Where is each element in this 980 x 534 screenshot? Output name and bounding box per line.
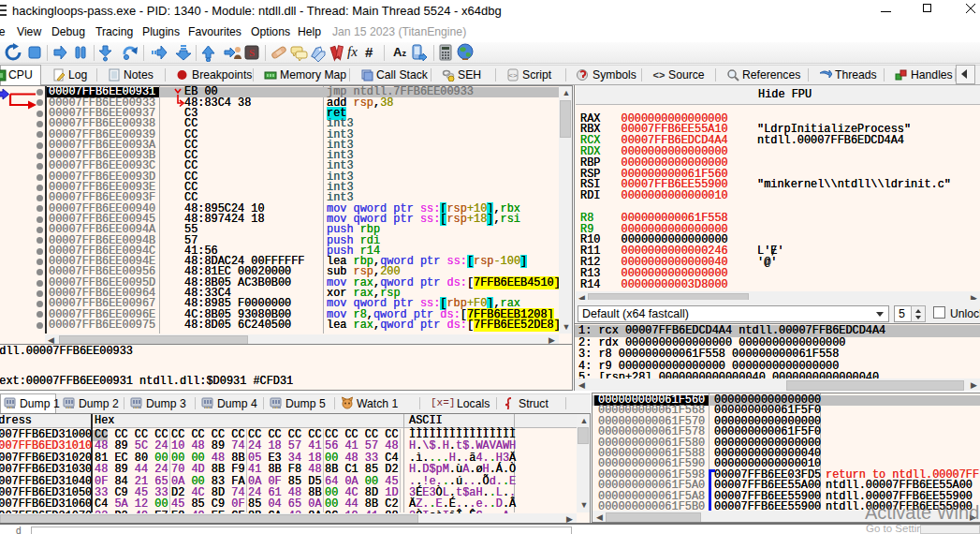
svg-text:<>: <> bbox=[653, 69, 666, 81]
svg-text:S: S bbox=[249, 47, 255, 58]
svg-text:<>: <> bbox=[508, 71, 518, 80]
